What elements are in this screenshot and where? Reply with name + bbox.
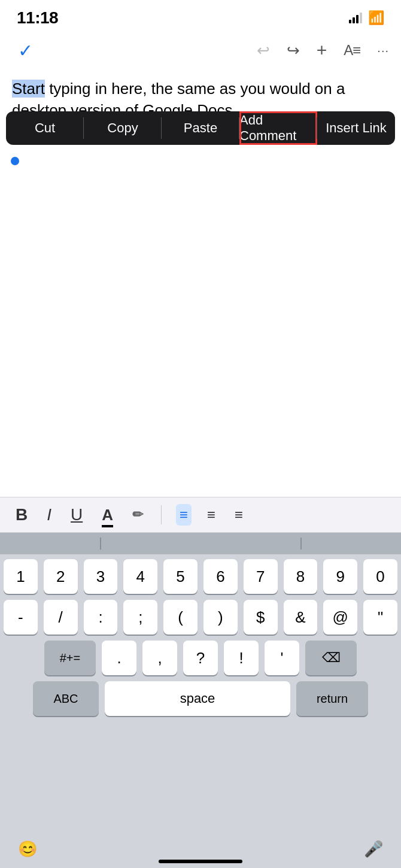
key-row-symbols: - / : ; ( ) $ & @ " (4, 600, 397, 635)
key-8[interactable]: 8 (284, 559, 318, 594)
key-3[interactable]: 3 (84, 559, 118, 594)
key-open-paren[interactable]: ( (163, 600, 198, 635)
status-bar: 11:18 📶 (0, 0, 401, 32)
key-close-paren[interactable]: ) (203, 600, 238, 635)
toolbar: ✓ ↩ ↪ + A≡ ··· (0, 32, 401, 68)
key-9[interactable]: 9 (323, 559, 357, 594)
key-2[interactable]: 2 (44, 559, 78, 594)
key-slash[interactable]: / (44, 600, 78, 635)
paste-button[interactable]: Paste (162, 111, 239, 145)
copy-button[interactable]: Copy (84, 111, 162, 145)
align-center-icon: ≡ (207, 506, 215, 523)
context-menu: Cut Copy Paste Add Comment Insert Link (6, 111, 395, 145)
redo-icon: ↪ (287, 41, 300, 60)
delete-button[interactable]: ⌫ (305, 641, 357, 675)
check-button[interactable]: ✓ (18, 40, 33, 61)
italic-icon: I (47, 505, 51, 524)
abc-button[interactable]: ABC (33, 681, 99, 716)
font-format-icon: A≡ (344, 42, 360, 59)
home-indicator (159, 860, 242, 863)
return-button[interactable]: return (296, 681, 368, 716)
align-left-icon: ≡ (180, 506, 188, 523)
bold-icon: B (16, 505, 28, 524)
insert-link-label: Insert Link (326, 120, 387, 136)
key-row-bottom: ABC space return (4, 681, 397, 716)
document-area[interactable]: Start typing in here, the same as you wo… (0, 68, 401, 188)
bold-button[interactable]: B (12, 503, 31, 527)
keyboard-top-strip (0, 533, 401, 554)
undo-icon: ↩ (257, 41, 270, 60)
key-row-numbers: 1 2 3 4 5 6 7 8 9 0 (4, 559, 397, 594)
key-comma[interactable]: , (142, 641, 177, 675)
key-dollar[interactable]: $ (244, 600, 278, 635)
status-icons: 📶 (349, 10, 384, 26)
text-color-button[interactable]: A (98, 503, 117, 527)
divider (161, 505, 162, 524)
list-icon: ≡ (235, 506, 243, 523)
add-comment-button[interactable]: Add Comment (239, 111, 317, 145)
key-0[interactable]: 0 (363, 559, 397, 594)
formatting-bar: B I U A ✏ ≡ ≡ ≡ (0, 497, 401, 533)
underline-icon: U (71, 505, 83, 524)
keyboard-area: 1 2 3 4 5 6 7 8 9 0 - / : ; ( ) $ & @ " … (0, 533, 401, 868)
signal-icon (349, 13, 362, 23)
list-button[interactable]: ≡ (231, 504, 247, 526)
mic-button[interactable]: 🎤 (364, 840, 383, 858)
bottom-bar: 😊 🎤 (0, 836, 401, 868)
cut-button[interactable]: Cut (6, 111, 84, 145)
highlight-button[interactable]: ✏ (129, 505, 147, 525)
key-colon[interactable]: : (84, 600, 118, 635)
insert-link-button[interactable]: Insert Link (317, 111, 395, 145)
key-semicolon[interactable]: ; (123, 600, 157, 635)
add-button[interactable]: + (317, 40, 327, 60)
add-comment-label: Add Comment (239, 113, 317, 144)
key-dash[interactable]: - (4, 600, 38, 635)
text-color-icon: A (102, 506, 113, 524)
more-button[interactable]: ··· (377, 44, 389, 57)
status-time: 11:18 (17, 8, 58, 28)
key-4[interactable]: 4 (123, 559, 157, 594)
key-at[interactable]: @ (323, 600, 357, 635)
font-format-button[interactable]: A≡ (344, 42, 360, 59)
italic-button[interactable]: I (43, 503, 55, 527)
key-5[interactable]: 5 (163, 559, 198, 594)
strip-separator-2 (300, 538, 302, 550)
selection-handle (11, 157, 19, 165)
key-1[interactable]: 1 (4, 559, 38, 594)
space-button[interactable]: space (105, 681, 290, 716)
key-7[interactable]: 7 (244, 559, 278, 594)
key-apostrophe[interactable]: ' (265, 641, 299, 675)
keyboard-rows: 1 2 3 4 5 6 7 8 9 0 - / : ; ( ) $ & @ " … (0, 554, 401, 716)
align-left-button[interactable]: ≡ (176, 504, 192, 526)
key-6[interactable]: 6 (203, 559, 238, 594)
underline-button[interactable]: U (67, 503, 86, 527)
emoji-button[interactable]: 😊 (18, 840, 37, 858)
key-hashtag-plus[interactable]: #+= (44, 641, 96, 675)
key-question[interactable]: ? (183, 641, 218, 675)
strip-separator-1 (100, 538, 101, 550)
copy-label: Copy (107, 120, 138, 136)
wifi-icon: 📶 (368, 10, 384, 26)
key-quote[interactable]: " (363, 600, 397, 635)
selected-text: Start (12, 80, 45, 98)
paste-label: Paste (184, 120, 217, 136)
key-period[interactable]: . (102, 641, 136, 675)
align-center-button[interactable]: ≡ (203, 504, 219, 526)
key-exclamation[interactable]: ! (224, 641, 259, 675)
key-row-special: #+= . , ? ! ' ⌫ (4, 641, 397, 675)
redo-button[interactable]: ↪ (287, 41, 300, 60)
undo-button[interactable]: ↩ (257, 41, 270, 60)
highlight-icon: ✏ (132, 507, 143, 523)
cut-label: Cut (35, 120, 55, 136)
add-icon: + (317, 40, 327, 60)
more-icon: ··· (377, 44, 389, 57)
key-ampersand[interactable]: & (284, 600, 318, 635)
